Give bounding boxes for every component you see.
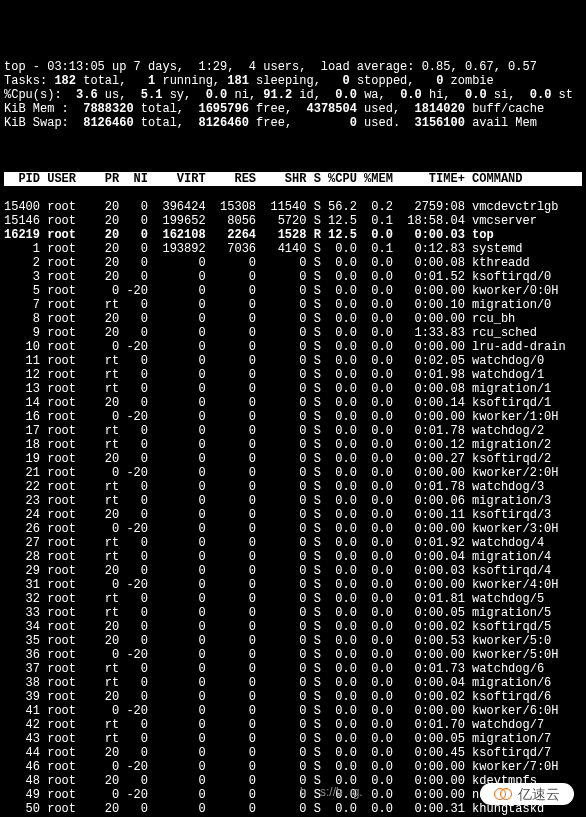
process-row[interactable]: 7 root rt 0 0 0 0 S 0.0 0.0 0:00.10 migr… <box>4 298 582 312</box>
process-row[interactable]: 34 root 20 0 0 0 0 S 0.0 0.0 0:00.02 kso… <box>4 620 582 634</box>
process-row[interactable]: 28 root rt 0 0 0 0 S 0.0 0.0 0:00.04 mig… <box>4 550 582 564</box>
top-summary: top - 03:13:05 up 7 days, 1:29, 4 users,… <box>4 60 582 130</box>
process-row[interactable]: 26 root 0 -20 0 0 0 S 0.0 0.0 0:00.00 kw… <box>4 522 582 536</box>
process-row[interactable]: 35 root 20 0 0 0 0 S 0.0 0.0 0:00.53 kwo… <box>4 634 582 648</box>
brand-watermark: 亿速云 <box>480 783 574 805</box>
process-table: 15400 root 20 0 396424 15308 11540 S 56.… <box>4 200 582 817</box>
process-row[interactable]: 18 root rt 0 0 0 0 S 0.0 0.0 0:00.12 mig… <box>4 438 582 452</box>
process-row[interactable]: 16219 root 20 0 162108 2264 1528 R 12.5 … <box>4 228 582 242</box>
process-row[interactable]: 5 root 0 -20 0 0 0 S 0.0 0.0 0:00.00 kwo… <box>4 284 582 298</box>
process-row[interactable]: 15400 root 20 0 396424 15308 11540 S 56.… <box>4 200 582 214</box>
process-row[interactable]: 16 root 0 -20 0 0 0 S 0.0 0.0 0:00.00 kw… <box>4 410 582 424</box>
process-row[interactable]: 9 root 20 0 0 0 0 S 0.0 0.0 1:33.83 rcu_… <box>4 326 582 340</box>
process-row[interactable]: 41 root 0 -20 0 0 0 S 0.0 0.0 0:00.00 kw… <box>4 704 582 718</box>
process-row[interactable]: 43 root rt 0 0 0 0 S 0.0 0.0 0:00.05 mig… <box>4 732 582 746</box>
process-row[interactable]: 15146 root 20 0 199652 8056 5720 S 12.5 … <box>4 214 582 228</box>
process-row[interactable]: 32 root rt 0 0 0 0 S 0.0 0.0 0:01.81 wat… <box>4 592 582 606</box>
process-row[interactable]: 46 root 0 -20 0 0 0 S 0.0 0.0 0:00.00 kw… <box>4 760 582 774</box>
url-watermark: h s://b g. <box>300 785 363 799</box>
process-row[interactable]: 36 root 0 -20 0 0 0 S 0.0 0.0 0:00.00 kw… <box>4 648 582 662</box>
process-row[interactable]: 31 root 0 -20 0 0 0 S 0.0 0.0 0:00.00 kw… <box>4 578 582 592</box>
process-row[interactable]: 23 root rt 0 0 0 0 S 0.0 0.0 0:00.06 mig… <box>4 494 582 508</box>
process-row[interactable]: 24 root 20 0 0 0 0 S 0.0 0.0 0:00.11 kso… <box>4 508 582 522</box>
watermark-text: 亿速云 <box>518 787 560 801</box>
process-row[interactable]: 8 root 20 0 0 0 0 S 0.0 0.0 0:00.00 rcu_… <box>4 312 582 326</box>
process-row[interactable]: 14 root 20 0 0 0 0 S 0.0 0.0 0:00.14 kso… <box>4 396 582 410</box>
process-row[interactable]: 42 root rt 0 0 0 0 S 0.0 0.0 0:01.70 wat… <box>4 718 582 732</box>
process-row[interactable]: 29 root 20 0 0 0 0 S 0.0 0.0 0:00.03 kso… <box>4 564 582 578</box>
process-row[interactable]: 10 root 0 -20 0 0 0 S 0.0 0.0 0:00.00 lr… <box>4 340 582 354</box>
process-row[interactable]: 39 root 20 0 0 0 0 S 0.0 0.0 0:00.02 kso… <box>4 690 582 704</box>
process-row[interactable]: 17 root rt 0 0 0 0 S 0.0 0.0 0:01.78 wat… <box>4 424 582 438</box>
process-row[interactable]: 3 root 20 0 0 0 0 S 0.0 0.0 0:01.52 ksof… <box>4 270 582 284</box>
process-row[interactable]: 11 root rt 0 0 0 0 S 0.0 0.0 0:02.05 wat… <box>4 354 582 368</box>
process-row[interactable]: 12 root rt 0 0 0 0 S 0.0 0.0 0:01.98 wat… <box>4 368 582 382</box>
process-row[interactable]: 27 root rt 0 0 0 0 S 0.0 0.0 0:01.92 wat… <box>4 536 582 550</box>
process-row[interactable]: 21 root 0 -20 0 0 0 S 0.0 0.0 0:00.00 kw… <box>4 466 582 480</box>
process-row[interactable]: 37 root rt 0 0 0 0 S 0.0 0.0 0:01.73 wat… <box>4 662 582 676</box>
process-row[interactable]: 44 root 20 0 0 0 0 S 0.0 0.0 0:00.45 kso… <box>4 746 582 760</box>
process-row[interactable]: 2 root 20 0 0 0 0 S 0.0 0.0 0:00.08 kthr… <box>4 256 582 270</box>
process-row[interactable]: 22 root rt 0 0 0 0 S 0.0 0.0 0:01.78 wat… <box>4 480 582 494</box>
cloud-icon <box>494 788 512 800</box>
process-row[interactable]: 19 root 20 0 0 0 0 S 0.0 0.0 0:00.27 kso… <box>4 452 582 466</box>
process-row[interactable]: 38 root rt 0 0 0 0 S 0.0 0.0 0:00.04 mig… <box>4 676 582 690</box>
process-row[interactable]: 13 root rt 0 0 0 0 S 0.0 0.0 0:00.08 mig… <box>4 382 582 396</box>
process-row[interactable]: 33 root rt 0 0 0 0 S 0.0 0.0 0:00.05 mig… <box>4 606 582 620</box>
process-table-header[interactable]: PID USER PR NI VIRT RES SHR S %CPU %MEM … <box>4 172 582 186</box>
process-row[interactable]: 1 root 20 0 193892 7036 4140 S 0.0 0.1 0… <box>4 242 582 256</box>
